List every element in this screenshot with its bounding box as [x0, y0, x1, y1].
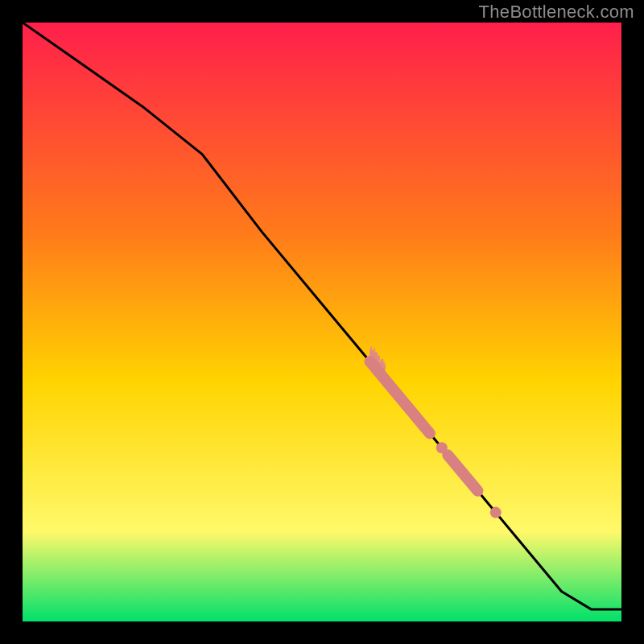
chart-svg [23, 23, 621, 621]
plot-area [23, 23, 621, 621]
dot-2 [490, 507, 502, 518]
gradient-background [23, 23, 621, 621]
watermark-text: TheBottleneck.com [479, 2, 634, 23]
chart-stage: TheBottleneck.com [0, 0, 644, 644]
